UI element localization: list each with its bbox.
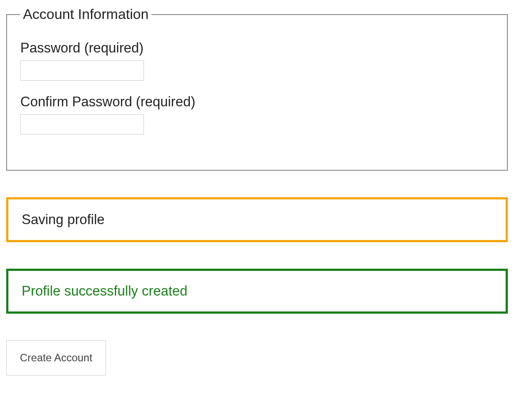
confirm-password-field-group: Confirm Password (required): [20, 94, 494, 135]
fieldset-legend: Account Information: [20, 6, 151, 22]
password-field-group: Password (required): [20, 40, 494, 81]
password-input[interactable]: [20, 60, 144, 81]
confirm-password-label: Confirm Password (required): [20, 94, 494, 110]
status-success-message: Profile successfully created: [6, 269, 508, 314]
create-account-button[interactable]: Create Account: [6, 340, 106, 375]
status-saving-message: Saving profile: [6, 197, 508, 242]
account-information-fieldset: Account Information Password (required) …: [6, 6, 508, 171]
password-label: Password (required): [20, 40, 494, 56]
confirm-password-input[interactable]: [20, 114, 144, 135]
